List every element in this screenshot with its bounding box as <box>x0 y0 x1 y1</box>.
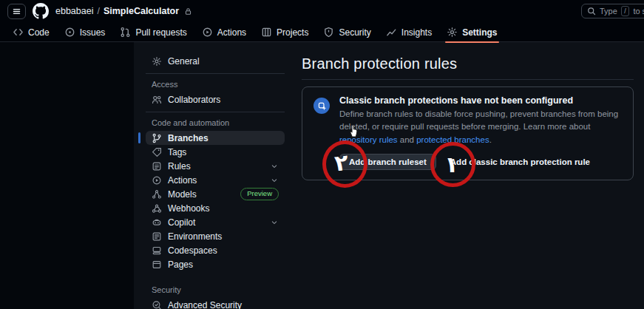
sidebar-item-codespaces[interactable]: Codespaces <box>146 243 285 257</box>
git-branch-icon <box>152 133 162 143</box>
search-placeholder-prefix: Type <box>600 7 617 16</box>
sidebar-item-collaborators[interactable]: Collaborators <box>146 92 285 106</box>
sidebar-item-actions[interactable]: Actions <box>146 173 285 187</box>
sidebar-item-label: Environments <box>168 231 222 242</box>
empty-state-heading: Classic branch protections have not been… <box>339 95 622 106</box>
chevron-down-icon[interactable] <box>270 176 279 185</box>
breadcrumb-separator: / <box>97 6 99 16</box>
code-icon <box>13 27 24 38</box>
sidebar-item-models[interactable]: Models Preview <box>146 187 285 201</box>
search-input[interactable]: Type / to search <box>581 4 644 18</box>
breadcrumb-owner-link[interactable]: ebbabaei <box>55 6 93 16</box>
left-letterbox-area <box>0 42 134 309</box>
shield-icon <box>323 27 334 38</box>
sidebar-item-general[interactable]: General <box>146 54 285 68</box>
tab-label: Security <box>339 27 370 38</box>
header-top-row: ebbabaei / SimpleCalculator Type / to se… <box>0 0 644 22</box>
gear-icon <box>152 56 162 67</box>
copilot-icon <box>152 217 162 228</box>
hamburger-menu-button[interactable] <box>7 4 26 19</box>
annotation-circle-1: ١ <box>430 142 475 187</box>
github-logo-icon[interactable] <box>33 3 49 19</box>
tab-label: Code <box>28 27 50 38</box>
issue-opened-icon <box>64 27 75 38</box>
search-placeholder-suffix: to search <box>633 7 644 16</box>
git-pull-request-icon <box>120 27 131 38</box>
annotation-circle-2: ٢ <box>322 140 367 188</box>
search-icon <box>587 7 596 16</box>
chevron-down-icon[interactable] <box>270 218 279 227</box>
sidebar-item-label: Pages <box>168 259 193 270</box>
empty-state-actions: Add branch ruleset Add classic branch pr… <box>339 154 622 170</box>
mouse-cursor-icon <box>347 123 359 137</box>
tab-label: Settings <box>462 27 497 38</box>
tag-icon <box>152 147 162 157</box>
empty-state-description: Define branch rules to disable force pus… <box>339 108 622 146</box>
sidebar-item-label: Codespaces <box>168 245 217 256</box>
sidebar-gap <box>146 271 285 282</box>
breadcrumb-repo-link[interactable]: SimpleCalculator <box>104 6 179 16</box>
security-check-icon <box>152 300 162 309</box>
repo-nav-tabs: Code Issues Pull requests Actions Projec… <box>0 22 510 42</box>
play-circle-icon <box>152 175 162 186</box>
sidebar-item-advanced-security[interactable]: Advanced Security <box>146 298 285 309</box>
tab-actions[interactable]: Actions <box>195 22 253 42</box>
tab-insights[interactable]: Insights <box>379 22 438 42</box>
sidebar-item-label: Copilot <box>168 217 195 228</box>
description-period: . <box>489 135 492 144</box>
sidebar-item-tags[interactable]: Tags <box>146 145 285 159</box>
chevron-down-icon[interactable] <box>270 162 279 171</box>
sidebar-section-security: Security <box>146 285 285 295</box>
annotation-number-2: ٢ <box>333 151 350 174</box>
sidebar-item-label: Collaborators <box>168 95 220 105</box>
sidebar-section-access: Access <box>146 79 285 89</box>
tab-pull-requests[interactable]: Pull requests <box>113 22 193 42</box>
sidebar-item-pages[interactable]: Pages <box>146 257 285 271</box>
tab-settings[interactable]: Settings <box>440 22 504 42</box>
empty-state-body: Classic branch protections have not been… <box>339 95 622 170</box>
sidebar-item-branches[interactable]: Branches <box>146 131 285 145</box>
gear-icon <box>447 27 458 38</box>
sidebar-item-copilot[interactable]: Copilot <box>146 215 285 229</box>
sidebar-item-webhooks[interactable]: Webhooks <box>146 201 285 215</box>
slash-key-badge: / <box>621 6 630 16</box>
sidebar-item-label: Rules <box>168 161 191 172</box>
play-circle-icon <box>202 27 213 38</box>
settings-sidebar: General Access Collaborators Code and au… <box>134 42 299 309</box>
sidebar-item-label: General <box>168 56 200 67</box>
title-divider <box>302 79 634 80</box>
breadcrumb: ebbabaei / SimpleCalculator <box>55 6 192 16</box>
sidebar-item-label: Actions <box>168 175 197 186</box>
webhook-icon <box>152 203 162 214</box>
tab-label: Issues <box>80 27 106 38</box>
codespaces-icon <box>152 245 162 256</box>
tab-code[interactable]: Code <box>6 22 56 42</box>
sidebar-item-label: Models <box>168 189 197 200</box>
annotation-number-1: ١ <box>444 154 458 176</box>
tab-label: Insights <box>401 27 432 38</box>
browser-icon <box>152 259 162 270</box>
graph-icon <box>386 27 397 38</box>
sidebar-divider <box>146 73 285 74</box>
projects-table-icon <box>261 27 272 38</box>
branch-protection-icon <box>313 98 330 114</box>
sidebar-divider <box>146 112 285 112</box>
tab-security[interactable]: Security <box>316 22 377 42</box>
sidebar-item-environments[interactable]: Environments <box>146 229 285 243</box>
environments-icon <box>152 231 162 242</box>
sidebar-item-label: Tags <box>168 147 186 157</box>
sidebar-item-label: Webhooks <box>168 203 209 214</box>
sidebar-item-rules[interactable]: Rules <box>146 159 285 173</box>
description-and: and <box>398 135 417 144</box>
lock-icon <box>184 7 192 16</box>
app-header: ebbabaei / SimpleCalculator Type / to se… <box>0 0 644 42</box>
tab-label: Pull requests <box>135 27 186 38</box>
tab-issues[interactable]: Issues <box>58 22 112 42</box>
tab-label: Projects <box>277 27 308 38</box>
rules-icon <box>152 161 162 172</box>
preview-badge: Preview <box>240 188 279 200</box>
tab-projects[interactable]: Projects <box>254 22 315 42</box>
models-icon <box>152 189 162 200</box>
sidebar-section-code-automation: Code and automation <box>146 118 285 128</box>
hamburger-icon <box>12 7 21 16</box>
